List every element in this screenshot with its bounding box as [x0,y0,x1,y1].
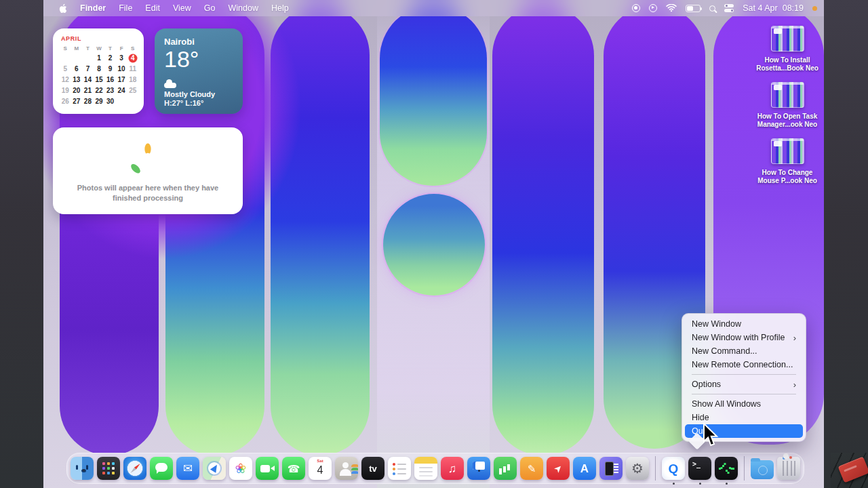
dock-keynote[interactable] [467,457,490,480]
calendar-day: 8 [94,64,105,74]
dock-notes[interactable] [414,457,437,480]
battery-icon[interactable] [686,5,701,12]
calendar-day: 4 [127,53,138,63]
dock-downloads-folder[interactable] [751,460,774,479]
calendar-day: 3 [116,53,127,63]
calendar-day: 5 [60,64,71,74]
calendar-widget[interactable]: APRIL SMTWTFS 12345678910111213141516171… [53,28,144,114]
date-text: Sat 4 Apr [743,3,777,13]
calendar-day: 12 [60,75,71,85]
dock-trash[interactable] [777,457,800,480]
file-label: How To Open Task Manager...ook Neo [757,113,818,129]
calendar-day: 6 [71,64,83,74]
dock-phone[interactable]: ☎ [282,457,305,480]
separator [692,394,796,394]
menu-bar-status: Sat 4 Apr 08:19 [632,3,824,13]
dock-launchpad[interactable] [97,457,120,480]
menubar-menu-help[interactable]: Help [271,3,289,13]
menu-item-new-command[interactable]: New Command... [685,344,803,358]
calendar-day: 21 [82,85,94,96]
desktop-icon-file-how-to-open-task-manager[interactable]: How To Open Task Manager...ook Neo [751,82,823,129]
dock-contacts[interactable] [335,457,358,480]
video-bezel-right [824,0,868,488]
dock-calendar[interactable]: Sat 4 [309,457,332,480]
calendar-day [127,96,138,106]
dock-activity-monitor[interactable] [715,457,738,480]
photos-flower-icon [130,138,165,176]
menu-item-new-remote-connection[interactable]: New Remote Connection... [685,358,803,371]
menubar-menu-go[interactable]: Go [204,3,216,13]
dock-rocket-app[interactable]: ➤ [547,457,570,480]
menu-item-options[interactable]: Options › [685,378,803,391]
photos-widget[interactable]: Photos will appear here when they have f… [53,127,243,214]
calendar-day: 19 [60,85,71,96]
dock-terminal[interactable]: >_ [688,457,711,480]
apple-menu-icon[interactable] [58,3,67,14]
dock-numbers[interactable] [494,457,517,480]
menu-bar-clock[interactable]: Sat 4 Apr 08:19 [743,3,804,13]
calendar-day: 15 [94,75,105,85]
calendar-day [60,53,71,63]
photos-placeholder-message: Photos will appear here when they have f… [73,183,222,203]
submenu-chevron: › [793,333,796,342]
dock-quicktime[interactable]: Q [662,457,685,480]
calendar-day: 22 [94,85,105,96]
calendar-day: 1 [94,53,105,63]
calendar-day: 2 [104,53,116,63]
dock-reminders[interactable] [388,457,411,480]
keyboard-photo [831,453,868,488]
calendar-day: 23 [104,85,116,96]
screen-mirroring-icon[interactable] [649,4,657,12]
desktop-icon-file-how-to-install-rosetta[interactable]: How To Install Rosetta...Book Neo [751,26,823,73]
menu-bar: FinderFileEditViewGoWindowHelp Sat 4 Apr… [43,0,824,16]
calendar-day: 16 [104,75,116,85]
menubar-app-menu-finder[interactable]: Finder [80,3,106,13]
control-center-icon[interactable] [724,4,734,12]
menu-item-show-all-windows[interactable]: Show All Windows [685,397,803,411]
screen-recording-icon[interactable] [632,4,640,12]
menu-bar-left: FinderFileEditViewGoWindowHelp [43,3,289,14]
dock-maps[interactable] [203,457,226,480]
video-bezel-left [0,0,43,488]
menu-item-new-window-with-profile[interactable]: New Window with Profile › [685,331,803,344]
calendar-day: 27 [71,96,83,106]
calendar-day: 13 [71,75,83,85]
menubar-menu-view[interactable]: View [173,3,191,13]
dock-safari[interactable] [123,457,146,480]
dock-system-settings[interactable]: ⚙ [626,457,649,480]
menubar-menu-edit[interactable]: Edit [145,3,160,13]
cloud-icon [164,83,176,88]
menubar-menu-file[interactable]: File [119,3,132,13]
file-thumbnail [771,82,804,108]
calendar-day: 25 [127,85,138,96]
dock-photos[interactable]: ❀ [229,457,252,480]
calendar-day: 14 [82,75,94,85]
calendar-day: 9 [104,64,116,74]
spotlight-icon[interactable] [709,5,715,12]
menu-item-hide[interactable]: Hide [685,411,803,424]
time-text: 08:19 [783,3,804,13]
calendar-day: 17 [116,75,127,85]
calendar-day-headers: SMTWTFS [60,44,138,53]
wifi-icon[interactable] [666,4,677,12]
dock-mail[interactable]: ✉ [176,457,199,480]
dock-music[interactable]: ♫ [441,457,464,480]
weather-widget[interactable]: Nairobi 18° Mostly Cloudy H:27° L:16° [155,28,243,114]
calendar-day [116,96,127,106]
wallpaper-capsule [492,5,594,455]
weather-temperature: 18° [164,47,235,72]
menubar-menu-window[interactable]: Window [228,3,258,13]
dock-app-store[interactable]: A [573,457,596,480]
dock-messages[interactable] [150,457,173,480]
dock-tv[interactable]: tv [361,457,384,480]
dock-pages[interactable]: ✎ [520,457,543,480]
dock-facetime[interactable] [256,457,279,480]
calendar-day [71,53,83,63]
mouse-cursor [702,423,719,450]
weather-high-low: H:27° L:16° [164,99,235,107]
dock-finder[interactable] [71,457,94,480]
calendar-month-label: APRIL [61,35,138,42]
dock-device-manager[interactable] [599,457,623,480]
menu-item-new-window[interactable]: New Window [685,317,803,331]
desktop-icon-file-how-to-change-mouse[interactable]: How To Change Mouse P...ook Neo [751,138,823,185]
